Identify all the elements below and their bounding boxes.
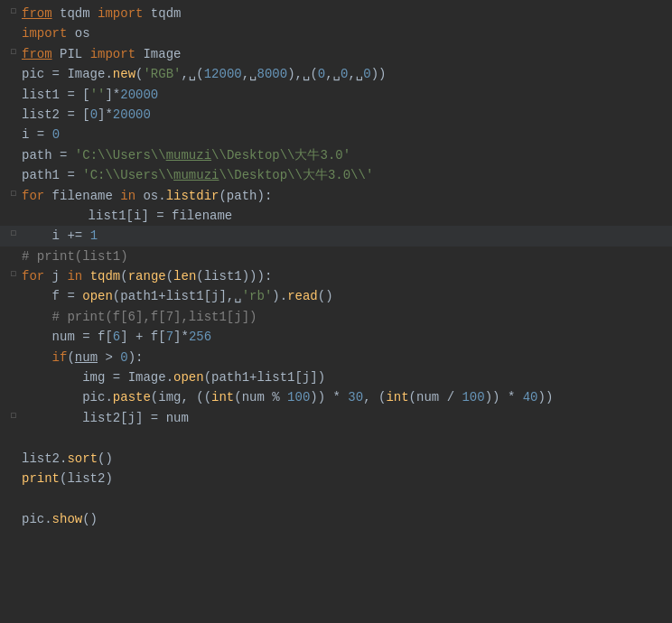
code-line-16: # print(f[6],f[7],list1[j])	[0, 307, 672, 327]
code-line-9: path1 = 'C:\\Users\\mumuzi\\Desktop\\大牛3…	[0, 165, 672, 185]
line-content-15: f = open(path1+list1[j],␣'rb').read()	[22, 286, 665, 306]
code-line-26: pic.show()	[0, 509, 672, 529]
line-content-11: list1[i] = filename	[22, 206, 665, 226]
code-editor: ◻ from tqdm import tqdm import os ◻ from…	[0, 0, 672, 623]
fold-1[interactable]: ◻	[7, 4, 20, 20]
fold-21[interactable]: ◻	[7, 408, 20, 424]
code-line-12: ◻ i += 1	[0, 226, 672, 246]
keyword-from-2: from	[22, 47, 52, 61]
code-line-13: # print(list1)	[0, 246, 672, 266]
line-content-17: num = f[6] + f[7]*256	[22, 327, 665, 347]
line-content-24: print(list2)	[22, 469, 665, 488]
code-line-6: list2 = [0]*20000	[0, 105, 672, 125]
code-line-1: ◻ from tqdm import tqdm	[0, 4, 672, 23]
code-line-22	[0, 428, 672, 448]
code-line-5: list1 = ['']*20000	[0, 85, 672, 105]
line-content-12: i += 1	[22, 226, 665, 246]
code-line-21: ◻ list2[j] = num	[0, 408, 672, 428]
line-content-25	[22, 488, 665, 508]
code-line-14: ◻ for j in tqdm(range(len(list1))):	[0, 266, 672, 286]
code-line-3: ◻ from PIL import Image	[0, 44, 672, 64]
line-content-8: path = 'C:\\Users\\mumuzi\\Desktop\\大牛3.…	[22, 145, 665, 165]
code-line-20: pic.paste(img, ((int(num % 100)) * 30, (…	[0, 387, 672, 407]
keyword-import-2: import	[22, 26, 67, 41]
line-content-14: for j in tqdm(range(len(list1))):	[22, 266, 665, 286]
code-line-25	[0, 488, 672, 508]
code-line-15: f = open(path1+list1[j],␣'rb').read()	[0, 286, 672, 306]
fold-14[interactable]: ◻	[7, 266, 20, 283]
code-line-18: if(num > 0):	[0, 348, 672, 367]
line-content-5: list1 = ['']*20000	[22, 85, 665, 105]
line-content-4: pic = Image.new('RGB',␣(12000,␣8000),␣(0…	[22, 64, 665, 84]
code-line-19: img = Image.open(path1+list1[j])	[0, 367, 672, 387]
line-content-1: from tqdm import tqdm	[22, 4, 665, 23]
code-line-7: i = 0	[0, 125, 672, 144]
code-line-2: import os	[0, 23, 672, 43]
line-content-7: i = 0	[22, 125, 665, 144]
line-content-21: list2[j] = num	[22, 408, 665, 428]
line-content-23: list2.sort()	[22, 449, 665, 469]
line-content-18: if(num > 0):	[22, 348, 665, 367]
code-line-10: ◻ for filename in os.listdir(path):	[0, 186, 672, 206]
line-content-26: pic.show()	[22, 509, 665, 529]
code-line-24: print(list2)	[0, 469, 672, 488]
line-content-6: list2 = [0]*20000	[22, 105, 665, 125]
line-content-19: img = Image.open(path1+list1[j])	[22, 367, 665, 387]
line-content-16: # print(f[6],f[7],list1[j])	[22, 307, 665, 327]
line-content-22	[22, 428, 665, 448]
fold-10[interactable]: ◻	[7, 186, 20, 202]
code-line-8: path = 'C:\\Users\\mumuzi\\Desktop\\大牛3.…	[0, 145, 672, 165]
line-content-9: path1 = 'C:\\Users\\mumuzi\\Desktop\\大牛3…	[22, 165, 665, 185]
code-line-17: num = f[6] + f[7]*256	[0, 327, 672, 347]
keyword-from: from	[22, 6, 52, 21]
keyword-import: import	[98, 6, 143, 21]
fold-12[interactable]: ◻	[7, 226, 20, 242]
line-content-10: for filename in os.listdir(path):	[22, 186, 665, 206]
keyword-import-3: import	[90, 47, 135, 61]
line-content-3: from PIL import Image	[22, 44, 665, 64]
fold-3[interactable]: ◻	[7, 44, 20, 60]
line-content-13: # print(list1)	[22, 246, 665, 266]
code-line-23: list2.sort()	[0, 449, 672, 469]
code-line-4: pic = Image.new('RGB',␣(12000,␣8000),␣(0…	[0, 64, 672, 84]
line-content-20: pic.paste(img, ((int(num % 100)) * 30, (…	[22, 387, 665, 407]
code-line-11: list1[i] = filename	[0, 206, 672, 226]
line-content-2: import os	[22, 23, 665, 43]
